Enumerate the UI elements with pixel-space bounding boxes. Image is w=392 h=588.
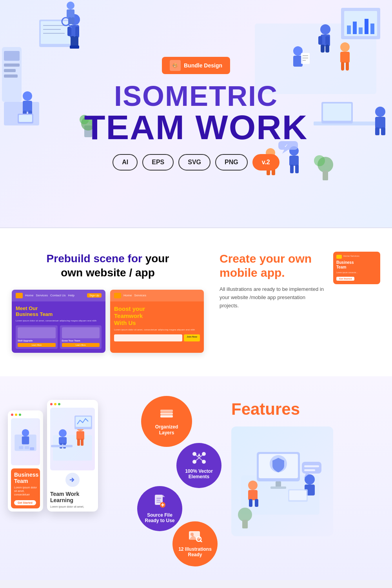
brand-badge: 🎨 Bundle Design — [162, 57, 230, 74]
hero-title: ISOMETRIC TEAM WORK — [84, 82, 308, 145]
image-icon — [188, 530, 202, 545]
svg-rect-47 — [321, 45, 325, 53]
card1-item1-btn[interactable]: Learn More — [18, 343, 56, 347]
phones-section: Business Team Lorem ipsum dolor sit amet… — [0, 392, 118, 519]
svg-rect-140 — [304, 465, 319, 467]
website-card-1: Home Services Contact Us Help Sign Up Me… — [12, 290, 105, 353]
card1-nav-services: Services — [36, 294, 48, 297]
card1-header: Home Services Contact Us Help Sign Up — [12, 290, 105, 301]
svg-point-87 — [59, 429, 67, 437]
svg-rect-39 — [353, 22, 357, 34]
phone1-dots — [11, 414, 40, 416]
svg-rect-24 — [4, 64, 20, 67]
svg-rect-83 — [19, 446, 23, 449]
svg-rect-141 — [304, 469, 315, 471]
feat-label-illustrations: 12 IllustrationsReady — [178, 546, 212, 558]
file-icon — [154, 494, 166, 511]
brand-icon: 🎨 — [170, 60, 181, 71]
format-version[interactable]: v.2 — [252, 154, 279, 171]
svg-rect-51 — [341, 62, 344, 71]
feat-label-source: Source FileReady to Use — [145, 512, 174, 524]
svg-rect-17 — [23, 101, 32, 112]
svg-point-81 — [22, 429, 29, 436]
format-ai[interactable]: AI — [113, 154, 138, 171]
dot-yellow — [15, 414, 17, 416]
mobile-card-header: Home Services — [336, 255, 377, 259]
circles-layout: OrganizedLayers — [129, 396, 216, 561]
format-svg[interactable]: SVG — [178, 154, 211, 171]
svg-rect-14 — [74, 45, 79, 49]
svg-point-132 — [248, 481, 258, 490]
features-content: Business Team Lorem ipsum dolor sit amet… — [0, 392, 392, 564]
prebuild-title: Prebuild scene for your own website / ap… — [47, 252, 169, 280]
svg-rect-65 — [381, 127, 385, 135]
svg-rect-25 — [4, 69, 16, 72]
mobile-card-logo — [336, 255, 342, 259]
svg-rect-135 — [255, 499, 258, 507]
svg-rect-101 — [160, 410, 173, 412]
mobile-desc-text: All illustrations are ready to be implem… — [220, 285, 325, 310]
prebuild-title-colored: Prebuild scene for — [47, 252, 145, 265]
phone2-title: Team Work Learning — [50, 491, 95, 503]
dot-green — [19, 414, 21, 416]
svg-rect-99 — [160, 415, 173, 417]
phone1-card-btn[interactable]: Get Started — [14, 500, 36, 505]
mobile-card-btn[interactable]: Get Started — [336, 277, 354, 281]
phone1-card: Business Team Lorem ipsum dolor sit amet… — [11, 468, 40, 509]
features-iso-scene — [231, 426, 333, 536]
features-title: Features — [231, 400, 384, 419]
svg-rect-111 — [156, 498, 161, 499]
mobile-card-nav: Home Services — [343, 255, 359, 259]
svg-rect-26 — [4, 74, 18, 78]
card2-join-btn[interactable]: Join Now — [184, 334, 200, 341]
card1-item1: Skill Upgrade Learn More — [16, 325, 58, 349]
card1-signup-btn[interactable]: Sign Up — [87, 293, 102, 298]
svg-rect-73 — [295, 165, 299, 173]
dot-red — [11, 414, 13, 416]
mobile-card-title: BusinessTeam — [336, 260, 377, 270]
format-png[interactable]: PNG — [215, 154, 248, 171]
brand-name: Bundle Design — [184, 62, 222, 69]
card1-items: Skill Upgrade Learn More Grow Your Team … — [16, 325, 102, 349]
feature-circles: OrganizedLayers — [118, 392, 227, 564]
card2-nav-home: Home — [123, 294, 132, 297]
feat-circle-source-file: Source FileReady to Use — [137, 486, 182, 531]
hero-title-line1: ISOMETRIC — [84, 82, 308, 110]
mobile-description: Create your own mobile app. All illustra… — [220, 252, 325, 353]
hero-section: ✓ 🎨 Bundle Design ISOMETRIC TEAM WORK AI… — [0, 0, 392, 227]
feat-label-vector: 100% VectorElements — [185, 468, 213, 480]
svg-rect-8 — [75, 27, 79, 36]
svg-rect-42 — [370, 24, 374, 34]
card1-item1-img — [18, 327, 56, 338]
feat-label-organized: OrganizedLayers — [155, 424, 178, 436]
svg-rect-82 — [22, 436, 29, 444]
svg-rect-113 — [156, 502, 161, 503]
svg-rect-126 — [276, 481, 281, 487]
svg-rect-72 — [290, 165, 294, 173]
card2-email-input[interactable] — [114, 334, 182, 341]
svg-rect-71 — [289, 156, 299, 166]
svg-point-16 — [23, 91, 32, 101]
phone-mockup-2: Team Work Learning Lorem ipsum dolor sit… — [47, 400, 98, 512]
format-eps[interactable]: EPS — [142, 154, 174, 171]
dot-red-2 — [50, 403, 53, 405]
svg-marker-75 — [282, 150, 288, 154]
card1-body: Meet OurBusiness Team Lorem ipsum dolor … — [12, 301, 105, 353]
card1-item2-btn[interactable]: Learn More — [62, 343, 100, 347]
svg-rect-95 — [81, 439, 83, 446]
svg-point-79 — [314, 155, 325, 166]
svg-rect-131 — [289, 490, 307, 500]
svg-point-43 — [320, 24, 330, 34]
phone1-card-title: Business Team — [14, 472, 37, 485]
svg-rect-137 — [242, 520, 248, 528]
svg-rect-64 — [375, 127, 379, 135]
card2-input-row: Join Now — [114, 334, 200, 341]
feat-circle-organized-layers: OrganizedLayers — [141, 396, 192, 447]
svg-rect-133 — [248, 490, 258, 500]
svg-rect-45 — [318, 36, 322, 45]
svg-rect-50 — [340, 52, 350, 63]
svg-rect-55 — [301, 53, 310, 64]
card2-headline: Boost yourTeamworkWith Us — [114, 305, 200, 327]
card2-subtext: Lorem ipsum dolor sit amet, consectetuer… — [114, 328, 200, 331]
svg-rect-93 — [76, 431, 84, 440]
